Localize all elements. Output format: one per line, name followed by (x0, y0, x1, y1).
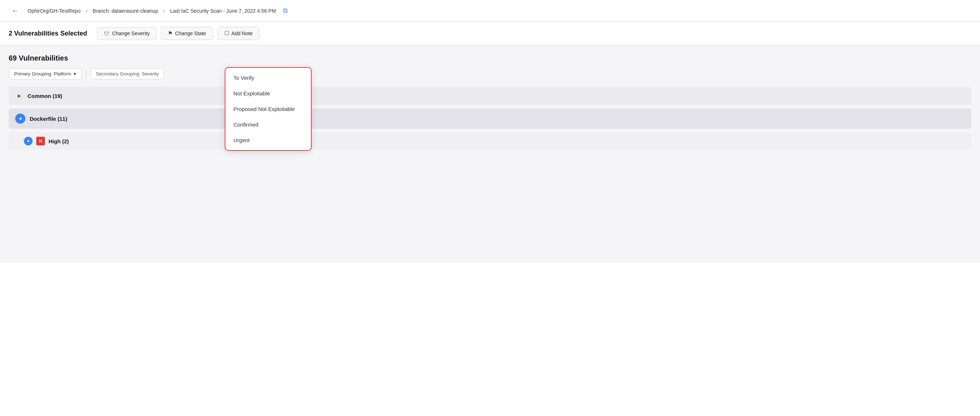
sub-group-row-high[interactable]: ▾ H High (2) (9, 132, 971, 150)
change-state-label: Change State (175, 30, 206, 36)
secondary-grouping-label: Secondary Grouping: Severity (91, 68, 164, 80)
selected-count-label: 2 Vulnerabilities Selected (9, 30, 87, 37)
sub-group-label-high: High (2) (49, 138, 69, 144)
dropdown-item-urgent[interactable]: Urgent (226, 132, 311, 148)
note-icon: ☐ (224, 30, 229, 37)
severity-badge-high: H (36, 137, 45, 145)
expand-icon-common: ▶ (15, 92, 23, 100)
flag-icon: ⚑ (168, 30, 172, 37)
collapse-icon-dockerfile: ▾ (15, 113, 25, 124)
change-state-button[interactable]: ⚑ Change State (161, 27, 213, 40)
group-row-dockerfile[interactable]: ▾ Dockerfile (11) (9, 108, 971, 129)
group-row-common[interactable]: ▶ Common (19) (9, 87, 971, 105)
back-button[interactable]: ← (9, 5, 22, 16)
breadcrumb-scan: Last IaC Security Scan - June 7, 2022 4:… (170, 8, 276, 14)
add-note-label: Add Note (232, 30, 253, 36)
dropdown-item-not-exploitable[interactable]: Not Exploitable (226, 86, 311, 101)
vuln-count-header: 69 Vulnerabilities (9, 54, 971, 62)
breadcrumb-org: OphirOrg/GH-TestRepo (27, 8, 80, 14)
change-severity-button[interactable]: 🛡 Change Severity (97, 27, 157, 40)
toolbar: 2 Vulnerabilities Selected 🛡 Change Seve… (0, 22, 980, 45)
add-note-button[interactable]: ☐ Add Note (218, 27, 259, 40)
back-icon: ← (11, 6, 19, 15)
copy-icon[interactable]: ⧉ (283, 7, 288, 14)
chevron-down-icon: ▾ (73, 71, 76, 77)
shield-icon: 🛡 (104, 30, 110, 37)
group-label-dockerfile: Dockerfile (11) (30, 116, 67, 122)
primary-grouping-button[interactable]: Primary Grouping: Platform ▾ (9, 68, 81, 80)
breadcrumb-branch: Branch: dataerasure-cleanup (93, 8, 158, 14)
grouping-divider (86, 69, 86, 79)
change-severity-label: Change Severity (112, 30, 150, 36)
grouping-row: Primary Grouping: Platform ▾ Secondary G… (9, 68, 971, 80)
dropdown-item-confirmed[interactable]: Confirmed (226, 117, 311, 132)
dropdown-item-to-verify[interactable]: To Verify (226, 70, 311, 86)
breadcrumb-sep-1: › (86, 8, 88, 14)
primary-grouping-label: Primary Grouping: Platform (14, 71, 72, 77)
main-content: 69 Vulnerabilities Primary Grouping: Pla… (0, 45, 980, 263)
group-label-common: Common (19) (27, 93, 62, 99)
breadcrumb-sep-2: › (163, 8, 165, 14)
dropdown-item-proposed-not-exploitable[interactable]: Proposed Not Exploitable (226, 101, 311, 117)
top-bar: ← OphirOrg/GH-TestRepo › Branch: dataera… (0, 0, 980, 22)
change-state-dropdown: To Verify Not Exploitable Proposed Not E… (225, 67, 312, 151)
collapse-icon-high: ▾ (24, 137, 33, 145)
